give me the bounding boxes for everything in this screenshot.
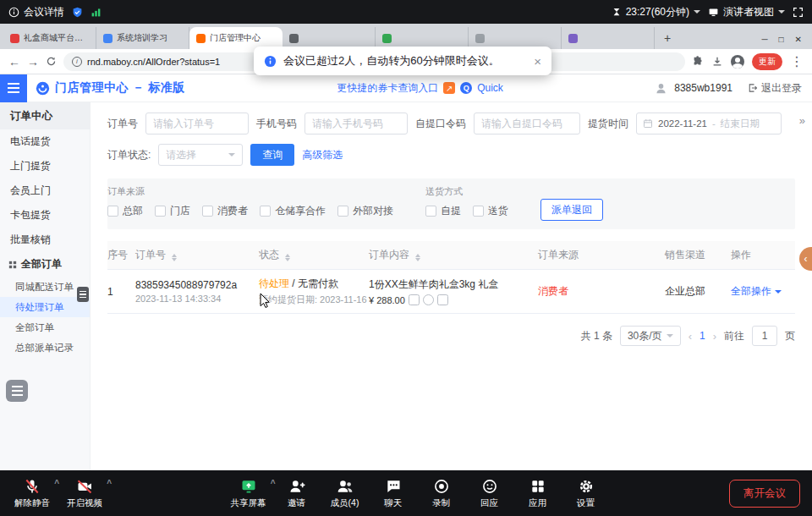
favicon [568, 34, 578, 43]
checkbox-delivery[interactable]: 送货 [473, 204, 508, 218]
profile-avatar[interactable] [731, 55, 744, 69]
phone-input[interactable] [304, 113, 408, 134]
site-info-icon[interactable]: i [72, 57, 82, 67]
gift-icon[interactable] [423, 294, 434, 305]
control-label: 解除静音 [14, 497, 50, 509]
kebab-menu-icon[interactable]: ⋮ [790, 53, 804, 69]
browser-tab[interactable]: 系统培训学习 [96, 27, 189, 49]
view-mode-selector[interactable]: 演讲者视图 [708, 5, 785, 19]
sort-icon[interactable] [285, 254, 290, 261]
app-header: 门店管理中心 － 标准版 更快捷的券卡查询入口 ↗ Q Quick 8385wb… [0, 74, 812, 102]
forward-icon[interactable]: → [27, 56, 39, 68]
promo-link[interactable]: 更快捷的券卡查询入口 [337, 81, 438, 96]
sort-icon[interactable] [415, 254, 420, 261]
external-link-icon[interactable]: ↗ [443, 82, 455, 94]
image-attachment-icon[interactable] [409, 294, 420, 305]
sidebar-item-all-orders[interactable]: 全部订单 [0, 317, 90, 338]
meeting-info-label: 会议详情 [24, 5, 64, 19]
column-header-content[interactable]: 订单内容 [369, 248, 538, 262]
meeting-top-bar: 会议详情 23:27(60分钟) 演讲者视图 [0, 0, 812, 24]
checkbox-warehouse-coop[interactable]: 仓储享合作 [260, 204, 326, 218]
collapse-filters-icon[interactable]: » [799, 114, 805, 127]
browser-tab[interactable] [562, 27, 655, 49]
table-row[interactable]: 1 83859345088979792a 2023-11-13 14:33:34… [107, 270, 795, 314]
sidebar-group-all-orders[interactable]: 全部订单 [0, 252, 90, 277]
download-icon[interactable] [711, 56, 723, 68]
column-header-order-no[interactable]: 订单号 [135, 248, 259, 262]
sidebar-item-member-visit[interactable]: 会员上门 [0, 178, 90, 203]
unmute-button[interactable]: 解除静音 ^ [12, 478, 52, 509]
share-screen-button[interactable]: 共享屏幕 ^ [228, 478, 269, 509]
banner-text: 会议已超过2人，自动转为60分钟限时会议。 [283, 53, 500, 69]
settings-button[interactable]: 设置 [566, 478, 606, 509]
page-size-select[interactable]: 30条/页 [620, 326, 681, 346]
checkbox-consumer[interactable]: 消费者 [202, 204, 248, 218]
leave-meeting-button[interactable]: 离开会议 [729, 480, 800, 508]
sidebar-toggle-button[interactable] [0, 74, 27, 102]
control-label: 邀请 [288, 497, 305, 509]
order-no-value[interactable]: 83859345088979792a [135, 279, 259, 291]
sidebar-item-phone-pickup[interactable]: 电话提货 [0, 129, 90, 154]
reaction-button[interactable]: 回应 [469, 478, 510, 509]
user-avatar-icon[interactable] [655, 82, 667, 95]
current-page[interactable]: 1 [700, 330, 705, 342]
checkbox-self-pickup[interactable]: 自提 [425, 204, 461, 218]
banner-close-icon[interactable]: × [534, 54, 541, 69]
phone-label: 手机号码 [256, 117, 297, 131]
column-header-status[interactable]: 状态 [259, 248, 369, 262]
minimize-icon[interactable]: ─ [761, 35, 767, 44]
close-icon[interactable]: ✕ [795, 35, 802, 44]
extensions-icon[interactable] [692, 56, 704, 68]
reload-icon[interactable] [46, 56, 57, 67]
next-page-button[interactable]: › [713, 330, 716, 343]
start-video-button[interactable]: 开启视频 ^ [64, 478, 105, 509]
apps-button[interactable]: 应用 [518, 478, 558, 509]
all-actions-dropdown[interactable]: 全部操作 [731, 284, 782, 299]
fullscreen-icon[interactable] [793, 7, 804, 18]
quick-link[interactable]: Quick [477, 82, 503, 94]
meeting-info-button[interactable]: 会议详情 [8, 5, 64, 19]
app-logo: 门店管理中心 － 标准版 [36, 80, 185, 96]
order-no-input[interactable] [145, 113, 249, 134]
order-status-select[interactable]: 请选择 [158, 144, 243, 166]
checkbox-store[interactable]: 门店 [155, 204, 190, 218]
record-button[interactable]: 录制 [421, 478, 462, 509]
tab-label: 系统培训学习 [117, 32, 167, 44]
chevron-up-icon[interactable]: ^ [271, 479, 276, 488]
invite-button[interactable]: 邀请 [277, 478, 317, 509]
pickup-code-input[interactable] [474, 113, 580, 134]
sidebar-item-card-pickup[interactable]: 卡包提货 [0, 203, 90, 228]
maximize-icon[interactable]: □ [779, 35, 784, 44]
date-range-picker[interactable]: 2022-11-21 - 结束日期 [636, 113, 782, 134]
browser-tab[interactable]: 礼盒商城平台管理中心 [3, 27, 96, 49]
sidebar-item-door-pickup[interactable]: 上门提货 [0, 154, 90, 178]
dispatch-return-button[interactable]: 派单退回 [540, 199, 603, 221]
checkbox-external[interactable]: 外部对接 [337, 204, 393, 218]
chat-button[interactable]: 聊天 [373, 478, 414, 509]
browser-update-button[interactable]: 更新 [752, 53, 782, 70]
network-signal-icon[interactable] [91, 7, 102, 18]
logout-button[interactable]: 退出登录 [748, 81, 802, 96]
meeting-timer[interactable]: 23:27(60分钟) [612, 5, 700, 19]
device-icon[interactable] [437, 294, 448, 305]
search-button[interactable]: 查询 [250, 144, 294, 166]
advanced-filter-link[interactable]: 高级筛选 [302, 148, 343, 162]
goto-page-input[interactable] [752, 326, 777, 346]
sort-icon[interactable] [172, 254, 177, 261]
drag-handle-icon[interactable] [77, 287, 89, 302]
sidebar-item-batch-verify[interactable]: 批量核销 [0, 228, 90, 252]
chevron-up-icon[interactable]: ^ [107, 479, 112, 488]
end-date-placeholder: 结束日期 [721, 118, 760, 130]
sidebar-item-hq-dispatch-records[interactable]: 总部派单记录 [0, 338, 90, 358]
checkbox-icon [260, 206, 271, 217]
back-icon[interactable]: ← [8, 56, 20, 68]
members-button[interactable]: 成员(4) [325, 478, 365, 509]
new-tab-button[interactable]: + [658, 29, 677, 47]
floating-menu-icon[interactable] [6, 380, 28, 402]
checkbox-hq[interactable]: 总部 [107, 204, 143, 218]
shield-check-icon[interactable] [72, 7, 83, 18]
chevron-up-icon[interactable]: ^ [54, 479, 59, 488]
username[interactable]: 8385wb1991 [674, 82, 732, 94]
prev-page-button[interactable]: ‹ [689, 330, 692, 343]
goto-label: 前往 [724, 329, 744, 343]
